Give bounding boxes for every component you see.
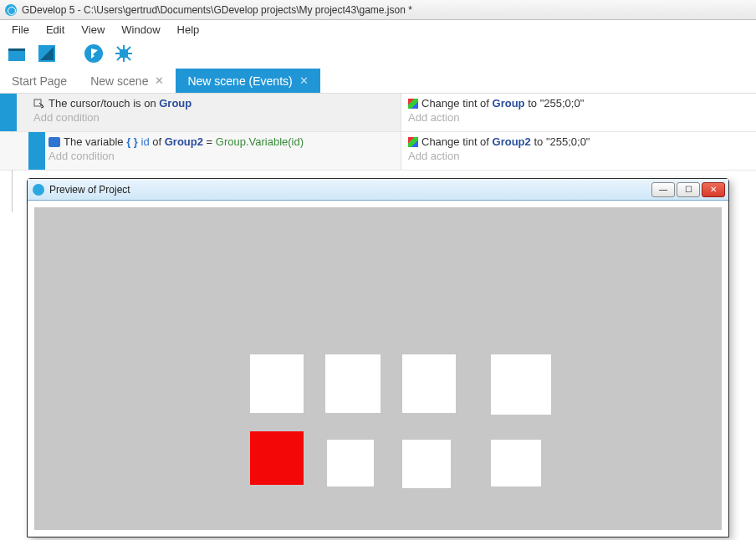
add-condition[interactable]: Add condition (33, 111, 396, 124)
action-value: "255;0;0" (540, 97, 585, 110)
condition-object: Group2 (165, 135, 203, 148)
game-grid (34, 207, 722, 530)
add-action[interactable]: Add action (408, 111, 749, 124)
toolbar-preview-icon[interactable] (82, 42, 105, 65)
game-cell[interactable] (327, 440, 374, 487)
svg-line-11 (117, 47, 120, 50)
preview-titlebar[interactable]: Preview of Project — ☐ ✕ (28, 179, 728, 201)
cursor-condition-icon (33, 99, 45, 109)
action-text: Change tint of (421, 97, 493, 110)
add-action[interactable]: Add action (408, 150, 749, 162)
condition-text: The cursor/touch is on (49, 97, 159, 110)
condition-eq: = (203, 135, 216, 148)
action-text2: to (525, 97, 540, 110)
tab-label: Start Page (12, 74, 67, 88)
menu-bar: File Edit View Window Help (0, 20, 756, 38)
event-marker (0, 94, 17, 131)
preview-canvas[interactable] (28, 201, 728, 537)
svg-line-14 (127, 57, 130, 60)
variable-condition-icon (49, 137, 60, 147)
toolbar (0, 38, 756, 69)
condition-text2: of (150, 135, 165, 148)
menu-edit[interactable]: Edit (38, 22, 73, 38)
tint-action-icon (408, 137, 418, 147)
close-icon[interactable]: ✕ (299, 74, 309, 87)
window-title: GDevelop 5 - C:\Users\gertrud\Documents\… (22, 4, 412, 16)
action-object: Group2 (493, 135, 531, 148)
toolbar-scene-icon[interactable] (5, 42, 28, 65)
window-titlebar: GDevelop 5 - C:\Users\gertrud\Documents\… (0, 0, 756, 20)
action-object: Group (493, 97, 525, 110)
svg-line-13 (117, 57, 120, 60)
game-cell[interactable] (250, 354, 304, 413)
action-text2: to (531, 135, 546, 148)
close-button[interactable]: ✕ (702, 182, 725, 197)
preview-window: Preview of Project — ☐ ✕ (27, 178, 729, 537)
svg-line-12 (127, 47, 130, 50)
actions-cell[interactable]: Change tint of Group to "255;0;0" Add ac… (401, 94, 756, 131)
app-icon (33, 184, 44, 196)
tab-new-scene[interactable]: New scene✕ (79, 69, 176, 93)
minimize-button[interactable]: — (651, 182, 675, 197)
actions-cell[interactable]: Change tint of Group2 to "255;0;0" Add a… (401, 132, 756, 170)
event-row-sub[interactable]: The variable { } id of Group2 = Group.Va… (0, 132, 756, 171)
menu-help[interactable]: Help (169, 22, 208, 38)
maximize-button[interactable]: ☐ (677, 182, 700, 197)
close-icon[interactable]: ✕ (155, 74, 164, 87)
condition-text: The variable (64, 135, 126, 148)
action-text: Change tint of (421, 135, 493, 148)
game-cell[interactable] (325, 354, 381, 413)
game-cell[interactable] (491, 440, 541, 487)
toolbar-layers-icon[interactable] (35, 42, 59, 65)
menu-window[interactable]: Window (113, 22, 168, 38)
game-cell[interactable] (491, 354, 551, 415)
svg-rect-2 (8, 46, 25, 48)
action-value: "255;0;0" (546, 135, 590, 148)
tab-label: New scene (Events) (187, 74, 292, 88)
event-row[interactable]: The cursor/touch is on Group Add conditi… (0, 94, 756, 132)
conditions-cell[interactable]: The variable { } id of Group2 = Group.Va… (0, 132, 401, 170)
conditions-cell[interactable]: The cursor/touch is on Group Add conditi… (0, 94, 401, 131)
toolbar-debug-icon[interactable] (112, 42, 135, 65)
condition-expression: Group.Variable(id) (216, 135, 304, 148)
menu-file[interactable]: File (3, 22, 38, 38)
game-cell[interactable] (402, 440, 451, 488)
tab-new-scene-events[interactable]: New scene (Events)✕ (176, 69, 319, 93)
menu-view[interactable]: View (73, 22, 113, 38)
var-brackets-icon: { } (126, 135, 138, 148)
add-condition[interactable]: Add condition (49, 150, 396, 162)
condition-var: id (141, 135, 150, 148)
game-cell[interactable] (402, 354, 456, 413)
game-cell-red[interactable] (250, 431, 304, 485)
svg-rect-15 (34, 99, 41, 106)
event-marker (17, 132, 45, 170)
window-controls: — ☐ ✕ (651, 182, 725, 197)
preview-title: Preview of Project (49, 184, 130, 196)
app-icon (5, 4, 17, 16)
tab-start-page[interactable]: Start Page (0, 69, 79, 93)
tab-bar: Start Page New scene✕ New scene (Events)… (0, 69, 756, 94)
condition-object: Group (159, 97, 192, 110)
tint-action-icon (408, 99, 418, 109)
svg-rect-6 (120, 49, 128, 58)
events-editor: The cursor/touch is on Group Add conditi… (0, 94, 756, 171)
tab-label: New scene (90, 74, 148, 88)
